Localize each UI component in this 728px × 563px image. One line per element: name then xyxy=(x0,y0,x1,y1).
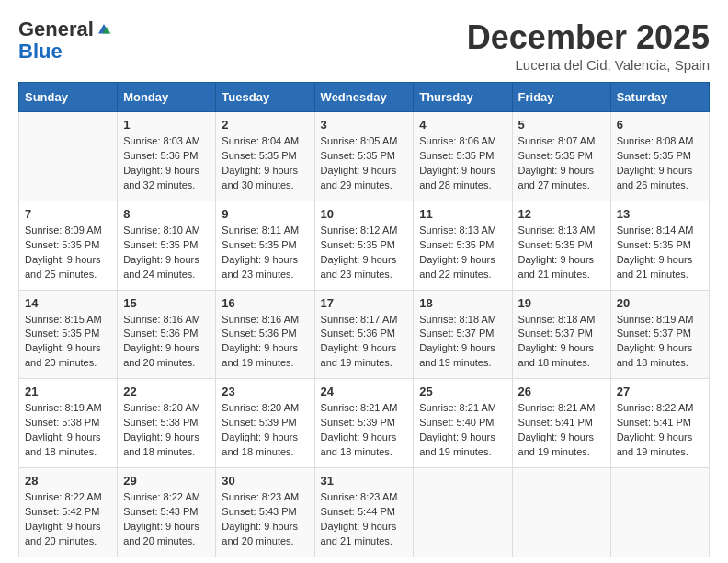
day-cell: 28Sunrise: 8:22 AMSunset: 5:42 PMDayligh… xyxy=(19,468,118,557)
day-number: 19 xyxy=(518,296,605,310)
day-cell: 20Sunrise: 8:19 AMSunset: 5:37 PMDayligh… xyxy=(610,290,709,379)
day-cell xyxy=(610,468,709,557)
day-number: 5 xyxy=(518,118,605,132)
day-number: 3 xyxy=(321,118,408,132)
day-info: Sunrise: 8:18 AMSunset: 5:37 PMDaylight:… xyxy=(518,313,605,372)
day-cell: 9Sunrise: 8:11 AMSunset: 5:35 PMDaylight… xyxy=(216,201,314,290)
page-header: General Blue December 2025 Lucena del Ci… xyxy=(18,18,710,73)
day-info: Sunrise: 8:15 AMSunset: 5:35 PMDaylight:… xyxy=(25,313,111,372)
day-number: 16 xyxy=(222,296,308,310)
day-cell: 7Sunrise: 8:09 AMSunset: 5:35 PMDaylight… xyxy=(19,201,118,290)
day-info: Sunrise: 8:16 AMSunset: 5:36 PMDaylight:… xyxy=(123,313,210,372)
day-number: 29 xyxy=(123,474,210,488)
weekday-header-row: SundayMondayTuesdayWednesdayThursdayFrid… xyxy=(19,83,710,112)
day-cell: 4Sunrise: 8:06 AMSunset: 5:35 PMDaylight… xyxy=(414,112,512,201)
day-cell: 6Sunrise: 8:08 AMSunset: 5:35 PMDaylight… xyxy=(610,112,709,201)
day-number: 1 xyxy=(123,118,210,132)
day-number: 27 xyxy=(617,385,703,398)
calendar-body: 1Sunrise: 8:03 AMSunset: 5:36 PMDaylight… xyxy=(19,112,710,557)
day-cell: 29Sunrise: 8:22 AMSunset: 5:43 PMDayligh… xyxy=(118,468,216,557)
day-number: 31 xyxy=(321,474,408,488)
day-cell: 26Sunrise: 8:21 AMSunset: 5:41 PMDayligh… xyxy=(512,379,610,468)
day-cell: 13Sunrise: 8:14 AMSunset: 5:35 PMDayligh… xyxy=(610,201,709,290)
day-info: Sunrise: 8:08 AMSunset: 5:35 PMDaylight:… xyxy=(617,134,703,193)
day-cell xyxy=(512,468,610,557)
day-info: Sunrise: 8:13 AMSunset: 5:35 PMDaylight:… xyxy=(419,224,506,282)
day-number: 14 xyxy=(25,296,111,310)
logo-text-general: General xyxy=(18,18,94,40)
day-info: Sunrise: 8:04 AMSunset: 5:35 PMDaylight:… xyxy=(222,134,308,193)
day-info: Sunrise: 8:07 AMSunset: 5:35 PMDaylight:… xyxy=(518,134,605,193)
day-number: 30 xyxy=(222,474,308,488)
day-number: 10 xyxy=(321,207,408,221)
day-cell: 30Sunrise: 8:23 AMSunset: 5:43 PMDayligh… xyxy=(216,468,314,557)
weekday-header-friday: Friday xyxy=(512,83,610,112)
day-info: Sunrise: 8:21 AMSunset: 5:41 PMDaylight:… xyxy=(518,401,605,460)
day-cell: 16Sunrise: 8:16 AMSunset: 5:36 PMDayligh… xyxy=(216,290,314,379)
day-info: Sunrise: 8:12 AMSunset: 5:35 PMDaylight:… xyxy=(321,224,408,282)
day-number: 17 xyxy=(321,296,408,310)
day-cell: 27Sunrise: 8:22 AMSunset: 5:41 PMDayligh… xyxy=(610,379,709,468)
day-info: Sunrise: 8:09 AMSunset: 5:35 PMDaylight:… xyxy=(25,224,111,282)
day-info: Sunrise: 8:23 AMSunset: 5:44 PMDaylight:… xyxy=(321,490,408,549)
day-cell: 19Sunrise: 8:18 AMSunset: 5:37 PMDayligh… xyxy=(512,290,610,379)
day-cell: 14Sunrise: 8:15 AMSunset: 5:35 PMDayligh… xyxy=(19,290,118,379)
day-info: Sunrise: 8:17 AMSunset: 5:36 PMDaylight:… xyxy=(321,313,408,372)
week-row-3: 14Sunrise: 8:15 AMSunset: 5:35 PMDayligh… xyxy=(19,290,710,379)
day-cell: 17Sunrise: 8:17 AMSunset: 5:36 PMDayligh… xyxy=(314,290,414,379)
weekday-header-wednesday: Wednesday xyxy=(314,83,414,112)
day-info: Sunrise: 8:13 AMSunset: 5:35 PMDaylight:… xyxy=(518,224,605,282)
weekday-header-monday: Monday xyxy=(118,83,216,112)
day-cell: 25Sunrise: 8:21 AMSunset: 5:40 PMDayligh… xyxy=(414,379,512,468)
day-number: 28 xyxy=(25,474,111,488)
day-info: Sunrise: 8:06 AMSunset: 5:35 PMDaylight:… xyxy=(419,134,506,193)
day-info: Sunrise: 8:18 AMSunset: 5:37 PMDaylight:… xyxy=(419,313,506,372)
logo: General Blue xyxy=(18,18,112,63)
day-info: Sunrise: 8:23 AMSunset: 5:43 PMDaylight:… xyxy=(222,490,308,549)
day-number: 15 xyxy=(123,296,210,310)
day-cell: 2Sunrise: 8:04 AMSunset: 5:35 PMDaylight… xyxy=(216,112,314,201)
weekday-header-tuesday: Tuesday xyxy=(216,83,314,112)
weekday-header-thursday: Thursday xyxy=(414,83,512,112)
day-info: Sunrise: 8:16 AMSunset: 5:36 PMDaylight:… xyxy=(222,313,308,372)
day-number: 2 xyxy=(222,118,308,132)
day-info: Sunrise: 8:22 AMSunset: 5:43 PMDaylight:… xyxy=(123,490,210,549)
calendar-table: SundayMondayTuesdayWednesdayThursdayFrid… xyxy=(18,82,710,557)
day-info: Sunrise: 8:10 AMSunset: 5:35 PMDaylight:… xyxy=(123,224,210,282)
location: Lucena del Cid, Valencia, Spain xyxy=(467,57,710,73)
day-cell: 31Sunrise: 8:23 AMSunset: 5:44 PMDayligh… xyxy=(314,468,414,557)
day-number: 6 xyxy=(617,118,703,132)
day-cell: 15Sunrise: 8:16 AMSunset: 5:36 PMDayligh… xyxy=(118,290,216,379)
week-row-1: 1Sunrise: 8:03 AMSunset: 5:36 PMDaylight… xyxy=(19,112,710,201)
day-cell xyxy=(414,468,512,557)
day-number: 23 xyxy=(222,385,308,398)
weekday-header-saturday: Saturday xyxy=(610,83,709,112)
day-cell: 12Sunrise: 8:13 AMSunset: 5:35 PMDayligh… xyxy=(512,201,610,290)
day-number: 4 xyxy=(419,118,506,132)
day-number: 18 xyxy=(419,296,506,310)
day-info: Sunrise: 8:03 AMSunset: 5:36 PMDaylight:… xyxy=(123,134,210,193)
day-cell: 11Sunrise: 8:13 AMSunset: 5:35 PMDayligh… xyxy=(414,201,512,290)
day-number: 9 xyxy=(222,207,308,221)
day-cell: 21Sunrise: 8:19 AMSunset: 5:38 PMDayligh… xyxy=(19,379,118,468)
week-row-5: 28Sunrise: 8:22 AMSunset: 5:42 PMDayligh… xyxy=(19,468,710,557)
day-number: 20 xyxy=(617,296,703,310)
week-row-4: 21Sunrise: 8:19 AMSunset: 5:38 PMDayligh… xyxy=(19,379,710,468)
day-cell: 10Sunrise: 8:12 AMSunset: 5:35 PMDayligh… xyxy=(314,201,414,290)
day-info: Sunrise: 8:05 AMSunset: 5:35 PMDaylight:… xyxy=(321,134,408,193)
day-cell: 23Sunrise: 8:20 AMSunset: 5:39 PMDayligh… xyxy=(216,379,314,468)
day-number: 8 xyxy=(123,207,210,221)
day-number: 21 xyxy=(25,385,111,398)
logo-icon xyxy=(96,21,112,38)
day-info: Sunrise: 8:20 AMSunset: 5:38 PMDaylight:… xyxy=(123,401,210,460)
day-info: Sunrise: 8:21 AMSunset: 5:39 PMDaylight:… xyxy=(321,401,408,460)
day-number: 22 xyxy=(123,385,210,398)
month-title: December 2025 xyxy=(467,18,710,57)
day-number: 26 xyxy=(518,385,605,398)
day-cell: 18Sunrise: 8:18 AMSunset: 5:37 PMDayligh… xyxy=(414,290,512,379)
day-cell: 24Sunrise: 8:21 AMSunset: 5:39 PMDayligh… xyxy=(314,379,414,468)
day-info: Sunrise: 8:22 AMSunset: 5:42 PMDaylight:… xyxy=(25,490,111,549)
day-number: 13 xyxy=(617,207,703,221)
day-cell: 1Sunrise: 8:03 AMSunset: 5:36 PMDaylight… xyxy=(118,112,216,201)
day-number: 25 xyxy=(419,385,506,398)
